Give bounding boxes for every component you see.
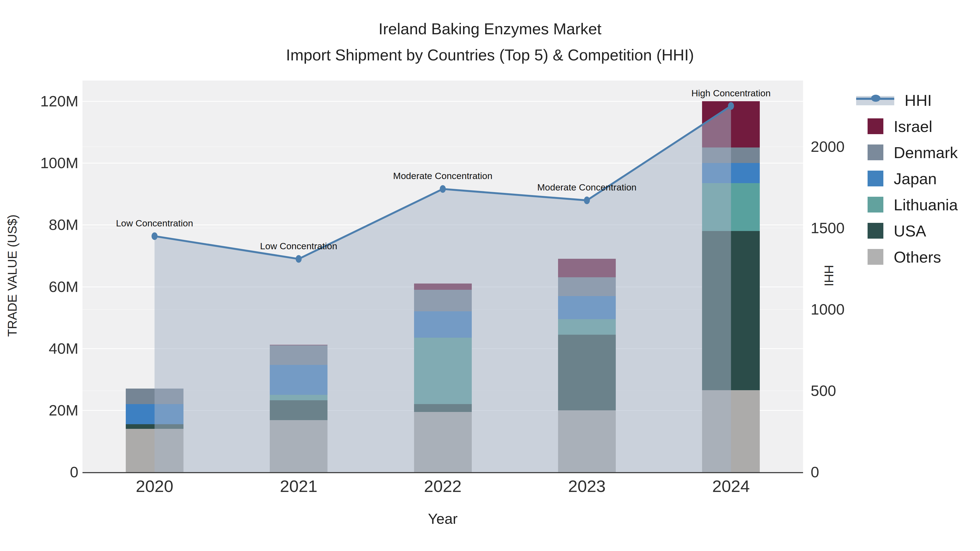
legend-hhi-swatch-icon bbox=[856, 94, 894, 106]
y-left-tick-120M: 120M bbox=[0, 94, 78, 109]
y-right-tick-500: 500 bbox=[811, 383, 836, 399]
hhi-overlay bbox=[83, 81, 803, 472]
y-right-axis-title: HHI bbox=[822, 167, 836, 384]
legend-item-israel[interactable]: Israel bbox=[856, 113, 932, 139]
annotation-2021: Low Concentration bbox=[260, 241, 337, 251]
legend-label-lithuania: Lithuania bbox=[894, 195, 958, 214]
hhi-marker-2023[interactable] bbox=[584, 197, 590, 204]
legend-label-japan: Japan bbox=[894, 170, 937, 188]
legend-swatch-israel-icon bbox=[867, 118, 883, 134]
legend-item-japan[interactable]: Japan bbox=[856, 165, 937, 192]
x-tick-2022: 2022 bbox=[424, 476, 462, 496]
x-axis-title: Year bbox=[428, 510, 458, 527]
chart-title-line2: Import Shipment by Countries (Top 5) & C… bbox=[0, 42, 980, 68]
legend-hhi-marker bbox=[871, 95, 880, 102]
legend-item-usa[interactable]: USA bbox=[856, 218, 926, 244]
y-right-tick-1000: 1000 bbox=[811, 302, 845, 317]
y-left-tick-60M: 60M bbox=[0, 279, 78, 294]
legend-swatch-usa-icon bbox=[867, 223, 883, 239]
x-tick-2021: 2021 bbox=[280, 476, 317, 496]
legend-swatch-lithuania-icon bbox=[867, 197, 883, 213]
plot-area bbox=[83, 81, 803, 473]
annotation-2020: Low Concentration bbox=[116, 218, 193, 228]
x-tick-2024: 2024 bbox=[712, 476, 750, 496]
legend-label-denmark: Denmark bbox=[894, 143, 958, 162]
legend-swatch-denmark-icon bbox=[867, 144, 883, 160]
legend-label-israel: Israel bbox=[894, 117, 932, 135]
hhi-area-fill bbox=[154, 106, 731, 472]
y-right-tick-1500: 1500 bbox=[811, 221, 845, 236]
hhi-marker-2024[interactable] bbox=[728, 102, 734, 110]
legend-label-usa: USA bbox=[894, 222, 926, 240]
legend-swatch-japan-icon bbox=[867, 171, 883, 186]
legend-item-others[interactable]: Others bbox=[856, 244, 941, 270]
figure: Ireland Baking Enzymes Market Import Shi… bbox=[0, 0, 980, 551]
hhi-marker-2022[interactable] bbox=[440, 185, 446, 193]
legend-item-lithuania[interactable]: Lithuania bbox=[856, 192, 958, 218]
y-left-tick-0: 0 bbox=[0, 464, 78, 480]
chart-title-line1: Ireland Baking Enzymes Market bbox=[0, 16, 980, 42]
legend-item-hhi[interactable]: HHI bbox=[856, 87, 932, 113]
chart-title: Ireland Baking Enzymes Market Import Shi… bbox=[0, 16, 980, 68]
annotation-2023: Moderate Concentration bbox=[538, 182, 637, 193]
annotation-2024: High Concentration bbox=[692, 87, 771, 98]
y-left-tick-100M: 100M bbox=[0, 156, 78, 171]
hhi-marker-2020[interactable] bbox=[152, 232, 158, 240]
annotation-2022: Moderate Concentration bbox=[393, 171, 492, 181]
y-left-tick-40M: 40M bbox=[0, 341, 78, 356]
x-tick-2023: 2023 bbox=[568, 476, 606, 496]
legend-label-hhi: HHI bbox=[905, 91, 932, 110]
legend-swatch-others-icon bbox=[867, 249, 883, 265]
y-left-tick-20M: 20M bbox=[0, 403, 78, 418]
legend-label-others: Others bbox=[894, 248, 941, 266]
hhi-marker-2021[interactable] bbox=[296, 255, 302, 263]
legend-item-denmark[interactable]: Denmark bbox=[856, 139, 958, 165]
y-right-tick-0: 0 bbox=[811, 464, 819, 480]
x-tick-2020: 2020 bbox=[136, 476, 173, 496]
y-left-tick-80M: 80M bbox=[0, 217, 78, 232]
y-right-tick-2000: 2000 bbox=[811, 139, 845, 154]
